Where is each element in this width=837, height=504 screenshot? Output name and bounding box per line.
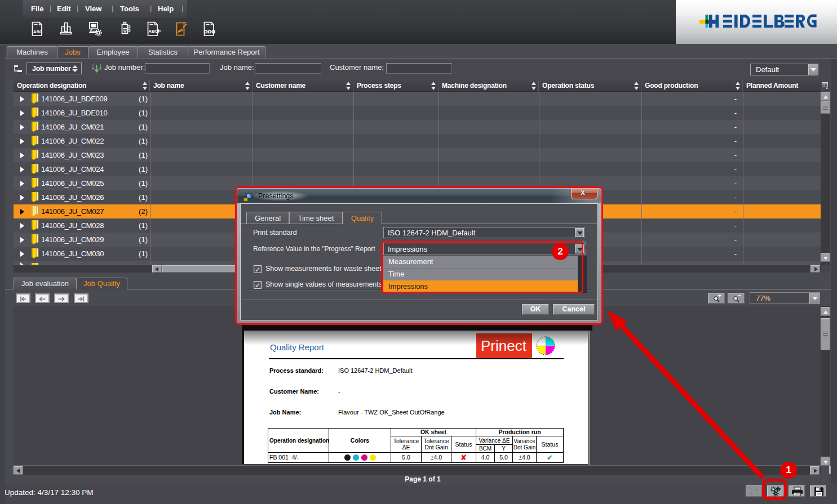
svg-text:ABC: ABC — [149, 29, 158, 34]
svg-text:ABC: ABC — [33, 29, 43, 34]
